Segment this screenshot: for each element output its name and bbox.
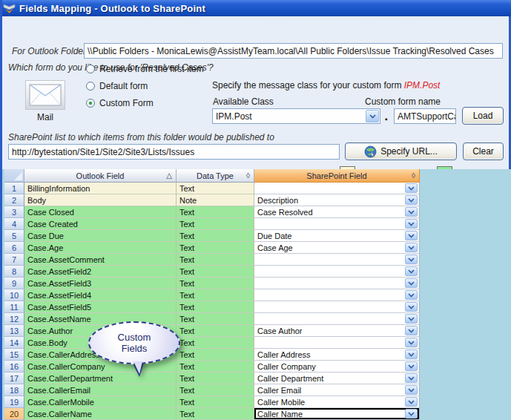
sharepoint-field-value[interactable]: Caller Department [254,374,405,383]
radio-default-form[interactable]: Default form [86,80,148,91]
combo-dropdown-button[interactable] [366,110,379,122]
sharepoint-field-dropdown[interactable] [405,255,418,264]
sharepoint-field-cell[interactable]: Case Age [254,242,420,254]
sharepoint-field-cell[interactable] [254,278,420,289]
sharepoint-field-cell[interactable]: Due Date [254,230,420,242]
sharepoint-field-cell[interactable] [254,218,420,230]
sharepoint-field-cell[interactable] [254,337,420,349]
sort-icon[interactable]: ◊ [412,171,415,180]
table-row: 4 Case Created Text [4,218,420,230]
available-class-combo[interactable]: IPM.Post [212,108,380,124]
sharepoint-field-dropdown[interactable] [405,373,418,383]
row-number[interactable]: 19 [4,396,24,408]
table-row: 17 Case.CallerDepartment Text Caller Dep… [4,373,420,384]
sharepoint-field-cell[interactable] [254,254,420,266]
sharepoint-field-cell[interactable] [254,313,420,325]
col-header-sharepoint-field[interactable]: SharePoint Field ◊ [254,169,420,183]
sharepoint-field-cell[interactable]: Description [254,194,420,206]
row-number[interactable]: 15 [4,349,24,361]
sharepoint-field-dropdown[interactable] [405,195,418,205]
sharepoint-field-value[interactable]: Case Author [254,327,405,335]
radio-custom-form[interactable]: Custom Form [86,97,154,108]
sharepoint-field-dropdown[interactable] [405,409,418,419]
sort-icon[interactable]: ◊ [246,171,250,180]
row-number[interactable]: 5 [4,230,24,242]
sharepoint-field-cell[interactable]: Caller Department [254,373,420,384]
data-type-cell: Text [177,396,254,408]
row-number[interactable]: 14 [4,337,24,349]
col-header-data-type[interactable]: Data Type ◊ [177,169,254,183]
corner-cell[interactable] [4,169,24,183]
sharepoint-field-dropdown[interactable] [405,326,418,335]
sharepoint-field-dropdown[interactable] [405,290,418,300]
row-number[interactable]: 8 [4,266,24,278]
data-type-cell: Note [177,194,254,206]
sharepoint-field-dropdown[interactable] [405,361,418,371]
radio-retrieve-first-item[interactable]: Retrieve from the first item [86,63,204,74]
sharepoint-field-dropdown[interactable] [405,207,418,217]
sharepoint-field-dropdown[interactable] [405,243,418,252]
url-input[interactable]: http://bytestation/Site1/Site2/Site3/Lis… [8,144,340,160]
sharepoint-field-cell[interactable] [254,183,420,194]
sharepoint-field-value[interactable]: Caller Mobile [254,398,405,407]
data-type-cell: Text [177,337,254,349]
row-number[interactable]: 4 [4,218,24,230]
message-class-value: IPM.Post [404,80,441,91]
sharepoint-field-dropdown[interactable] [405,385,418,395]
sharepoint-field-value[interactable]: Due Date [254,232,405,240]
sharepoint-field-cell[interactable]: Case Author [254,325,420,337]
load-button[interactable]: Load [462,107,504,125]
sharepoint-field-cell[interactable]: Caller Name [254,408,420,420]
sharepoint-field-dropdown[interactable] [405,397,418,407]
sharepoint-field-dropdown[interactable] [405,314,418,324]
sharepoint-field-value[interactable]: Description [254,196,405,205]
chevron-down-icon [408,222,415,226]
table-row: 7 Case.AssetComment Text [4,254,420,266]
row-number[interactable]: 3 [4,206,24,218]
sharepoint-field-value[interactable]: Caller Name [254,410,405,419]
sharepoint-field-dropdown[interactable] [405,219,418,229]
sharepoint-field-value[interactable]: Caller Email [254,386,405,395]
row-number[interactable]: 7 [4,254,24,266]
row-number[interactable]: 11 [4,301,24,313]
sharepoint-field-dropdown[interactable] [405,338,418,347]
sharepoint-field-value[interactable]: Case Age [254,243,405,252]
sharepoint-field-dropdown[interactable] [405,278,418,288]
sharepoint-field-cell[interactable]: Case Resolved [254,206,420,218]
sharepoint-field-value[interactable]: Case Resolved [254,208,405,217]
sharepoint-field-cell[interactable]: Caller Email [254,384,420,396]
row-number[interactable]: 17 [4,373,24,384]
row-number[interactable]: 12 [4,313,24,325]
clear-button[interactable]: Clear [463,142,504,160]
sharepoint-field-cell[interactable] [254,301,420,313]
col-header-outlook-field[interactable]: Outlook Field △ [24,169,177,183]
sharepoint-field-dropdown[interactable] [405,183,418,193]
custom-form-name-input[interactable]: AMTSupportCase [394,108,456,124]
sharepoint-field-dropdown[interactable] [405,302,418,312]
specify-url-button[interactable]: Specify URL... [345,142,457,160]
sharepoint-field-dropdown[interactable] [405,231,418,240]
row-number[interactable]: 9 [4,278,24,289]
sharepoint-field-cell[interactable] [254,289,420,301]
row-number[interactable]: 20 [4,408,24,420]
sharepoint-field-cell[interactable]: Caller Mobile [254,396,420,408]
sharepoint-field-cell[interactable] [254,266,420,278]
row-number[interactable]: 16 [4,361,24,373]
sharepoint-field-dropdown[interactable] [405,350,418,359]
radio-button-icon[interactable] [86,82,95,91]
folder-input[interactable]: \\Public Folders - MonicaLewis@AssistMyT… [84,43,503,59]
row-number[interactable]: 1 [4,183,24,194]
row-number[interactable]: 10 [4,289,24,301]
radio-button-icon[interactable] [86,65,95,73]
sharepoint-field-cell[interactable]: Caller Company [254,361,420,373]
row-number[interactable]: 18 [4,384,24,396]
radio-button-icon[interactable] [86,99,95,108]
row-number[interactable]: 13 [4,325,24,337]
sharepoint-field-value[interactable]: Caller Address [254,350,405,359]
row-number[interactable]: 2 [4,194,24,206]
sharepoint-field-dropdown[interactable] [405,266,418,276]
sharepoint-field-cell[interactable]: Caller Address [254,349,420,361]
sort-asc-icon[interactable]: △ [166,171,172,180]
row-number[interactable]: 6 [4,242,24,254]
sharepoint-field-value[interactable]: Caller Company [254,362,405,371]
